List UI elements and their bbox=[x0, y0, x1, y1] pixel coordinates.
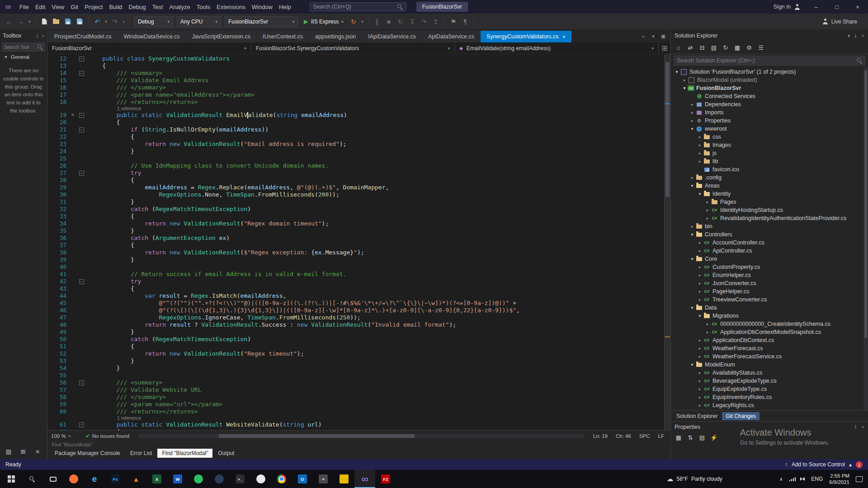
glyph-margin[interactable] bbox=[68, 372, 77, 379]
tree-item[interactable]: ▸C#JsonConverter.cs bbox=[671, 279, 868, 287]
chevron-collapsed-icon[interactable]: ▸ bbox=[704, 208, 711, 212]
tree-item[interactable]: ▾Migrations bbox=[671, 312, 868, 320]
fold-margin[interactable] bbox=[77, 119, 85, 126]
glyph-margin[interactable] bbox=[68, 99, 77, 106]
glyph-margin[interactable] bbox=[68, 365, 77, 372]
line-number[interactable]: 54 bbox=[47, 365, 68, 372]
codelens-references[interactable]: 1 reference bbox=[47, 106, 664, 112]
code-line[interactable]: 58 /// </summary> bbox=[47, 394, 664, 401]
code-line[interactable]: 55 bbox=[47, 372, 664, 379]
tree-item[interactable]: ▸css bbox=[671, 133, 868, 141]
chevron-expanded-icon[interactable]: ▾ bbox=[674, 70, 680, 74]
tree-item[interactable]: ▸C#EquipExplodeType.cs bbox=[671, 385, 868, 393]
chevron-collapsed-icon[interactable]: ▸ bbox=[697, 240, 703, 245]
firefox-icon[interactable] bbox=[63, 470, 84, 488]
doc-tab[interactable]: IApiDataService.cs bbox=[362, 31, 422, 42]
tree-item[interactable]: ▸C#AvailabilityStatus.cs bbox=[671, 369, 868, 377]
chevron-expanded-icon[interactable]: ▾ bbox=[689, 127, 695, 131]
line-number[interactable]: 24 bbox=[47, 148, 68, 155]
fold-margin[interactable] bbox=[77, 428, 85, 430]
glyph-margin[interactable] bbox=[68, 191, 77, 198]
chevron-expanded-icon[interactable]: ▾ bbox=[689, 257, 695, 261]
back-icon[interactable]: ← bbox=[4, 16, 14, 27]
fold-toggle-icon[interactable]: - bbox=[79, 279, 84, 284]
chevron-collapsed-icon[interactable]: ▸ bbox=[697, 143, 703, 147]
redo-icon[interactable]: ↷ bbox=[109, 16, 120, 27]
menu-project[interactable]: Project bbox=[81, 4, 106, 10]
fold-toggle-icon[interactable]: - bbox=[79, 380, 84, 385]
fold-margin[interactable] bbox=[77, 220, 85, 227]
line-number[interactable]: 14 bbox=[47, 70, 68, 77]
panel-tab[interactable]: Error List bbox=[126, 449, 157, 458]
chevron-collapsed-icon[interactable]: ▸ bbox=[697, 354, 703, 359]
glyph-margin[interactable] bbox=[68, 198, 77, 206]
code-line[interactable]: 35 } bbox=[47, 227, 664, 235]
code-line[interactable]: 25 bbox=[47, 155, 664, 162]
save-all-icon[interactable] bbox=[74, 16, 85, 27]
tree-item[interactable]: ▸C#PageHelper.cs bbox=[671, 287, 868, 296]
active-documents-icon[interactable]: ▾ bbox=[649, 33, 658, 39]
fold-margin[interactable] bbox=[77, 285, 85, 292]
fold-margin[interactable] bbox=[77, 314, 85, 321]
fold-margin[interactable] bbox=[77, 242, 85, 249]
collapsed-panel-title[interactable]: Find "BlazorModal" bbox=[47, 441, 670, 447]
code-line[interactable]: 44 var result = Regex.IsMatch(emailAddre… bbox=[47, 292, 664, 300]
line-number[interactable]: 29 bbox=[47, 184, 68, 191]
language-indicator[interactable]: ENG bbox=[811, 476, 823, 482]
glyph-margin[interactable] bbox=[68, 126, 77, 133]
line-number[interactable]: 31 bbox=[47, 198, 68, 206]
tree-item[interactable]: ▸C#EnumHelper.cs bbox=[671, 271, 868, 279]
tree-item[interactable]: ▸C#BeverageExplodeType.cs bbox=[671, 377, 868, 385]
chevron-expanded-icon[interactable]: ▾ bbox=[689, 183, 695, 188]
fold-toggle-icon[interactable]: - bbox=[79, 171, 84, 176]
fold-margin[interactable] bbox=[77, 162, 85, 169]
calculator-icon[interactable]: = bbox=[313, 470, 334, 488]
tree-item[interactable]: ▸C#EquipInventoryRules.cs bbox=[671, 393, 868, 401]
glyph-margin[interactable] bbox=[68, 235, 77, 242]
tree-item[interactable]: ▸BlazorModal (unloaded) bbox=[671, 76, 868, 84]
show-all-files-icon[interactable]: ▤ bbox=[709, 43, 719, 53]
menu-help[interactable]: Help bbox=[276, 4, 294, 10]
code-line[interactable]: 52 return new ValidationResult("Regex ti… bbox=[47, 350, 664, 357]
excel-icon[interactable]: X bbox=[146, 470, 167, 488]
fold-margin[interactable]: - bbox=[77, 55, 85, 62]
bookmark-icon[interactable]: ⚑ bbox=[448, 16, 459, 27]
fold-margin[interactable] bbox=[77, 365, 85, 372]
glyph-margin[interactable] bbox=[68, 162, 77, 169]
task-view-icon[interactable] bbox=[42, 470, 63, 488]
properties-icon[interactable]: ⚙ bbox=[744, 43, 754, 53]
tree-item[interactable]: ▸C#RevalidatingIdentityAuthenticationSta… bbox=[671, 214, 868, 222]
fold-margin[interactable] bbox=[77, 184, 85, 191]
close-button[interactable]: × bbox=[847, 0, 868, 14]
home-icon[interactable]: ⌂ bbox=[674, 43, 684, 53]
notification-badge[interactable]: 1 bbox=[856, 461, 863, 468]
fold-margin[interactable] bbox=[77, 141, 85, 148]
chevron-expanded-icon[interactable]: ▾ bbox=[689, 232, 695, 237]
hidden-icons-chevron[interactable]: ∧ bbox=[779, 476, 783, 482]
fold-margin[interactable] bbox=[77, 307, 85, 314]
glyph-margin[interactable] bbox=[68, 184, 77, 191]
start-button[interactable] bbox=[1, 470, 22, 488]
code-line[interactable]: 13 { bbox=[47, 62, 664, 70]
edge-icon[interactable]: e bbox=[84, 470, 105, 488]
line-number[interactable]: 36 bbox=[47, 235, 68, 242]
hot-reload-dropdown-icon[interactable]: ▾ bbox=[360, 16, 365, 27]
tab-git-changes[interactable]: Git Changes bbox=[722, 412, 760, 420]
bottom-panel-icon-1[interactable]: ▤ bbox=[4, 446, 14, 456]
line-number[interactable]: 28 bbox=[47, 177, 68, 184]
fold-margin[interactable] bbox=[77, 300, 85, 307]
chevron-collapsed-icon[interactable]: ▸ bbox=[697, 135, 703, 139]
glyph-margin[interactable] bbox=[68, 328, 77, 336]
code-line[interactable]: 45 @"^(?("")("".+?(?<!\\)""@)|(([0-9a-z]… bbox=[47, 300, 664, 307]
toolbox-section-general[interactable]: ▾ General bbox=[0, 52, 47, 61]
code-line[interactable]: 29 emailAddress = Regex.Replace(emailAdd… bbox=[47, 184, 664, 191]
code-line[interactable]: 54 } bbox=[47, 365, 664, 372]
fold-margin[interactable] bbox=[77, 357, 85, 365]
tree-item[interactable]: ▾Solution 'FusionBlazorSvr' (1 of 2 proj… bbox=[671, 68, 868, 76]
codelens-references[interactable]: 1 reference bbox=[47, 415, 664, 421]
live-share-button[interactable]: Live Share bbox=[822, 19, 864, 25]
chevron-collapsed-icon[interactable]: ▸ bbox=[697, 387, 703, 391]
tree-item[interactable]: ▾Controllers bbox=[671, 230, 868, 239]
line-number[interactable]: 48 bbox=[47, 321, 68, 328]
code-line[interactable]: 37 { bbox=[47, 242, 664, 249]
